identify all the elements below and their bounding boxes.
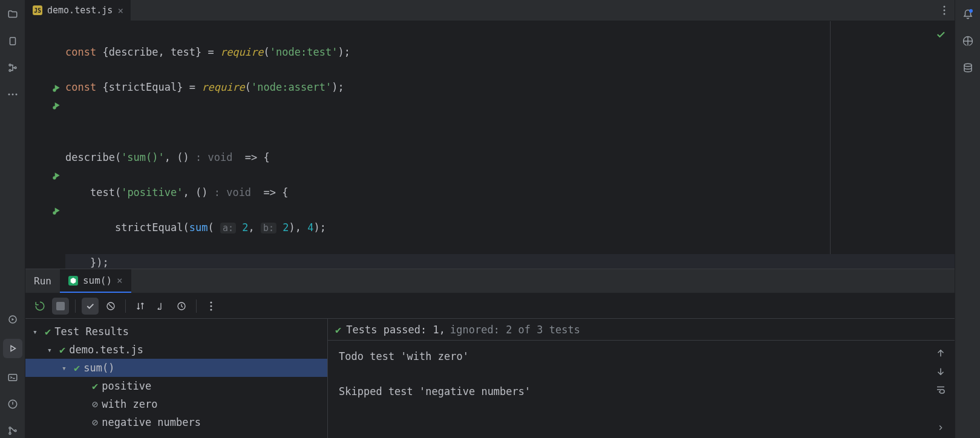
console-line: Skipped test 'negative numbers' <box>339 383 916 400</box>
run-gutter-icon[interactable] <box>52 171 62 180</box>
tree-label: Test Results <box>54 325 129 338</box>
svg-point-26 <box>964 64 972 67</box>
notifications-icon[interactable] <box>961 7 975 22</box>
expand-console-icon[interactable] <box>936 423 945 432</box>
left-activity-bar <box>0 0 25 438</box>
run-tool-icon[interactable] <box>3 339 22 358</box>
tree-test[interactable]: ✔ positive <box>25 377 327 395</box>
run-gutter-icon[interactable] <box>52 206 62 215</box>
svg-rect-0 <box>10 38 15 45</box>
vcs-icon[interactable] <box>5 423 20 438</box>
svg-point-6 <box>15 94 17 96</box>
editor-tabs: JS demo.test.js × <box>25 0 955 21</box>
chevron-down-icon[interactable]: ▾ <box>62 364 70 373</box>
expand-button[interactable] <box>152 298 169 315</box>
svg-point-5 <box>11 94 13 96</box>
run-body: ▾ ✔ Test Results ▾ ✔ demo.test.js ▾ ✔ su… <box>25 319 955 438</box>
services-icon[interactable] <box>5 312 20 327</box>
run-tool-window: Run sum() × <box>25 269 955 438</box>
ai-icon[interactable] <box>961 34 975 48</box>
svg-point-24 <box>211 305 212 307</box>
code-area[interactable]: const {describe, test} = require('node:t… <box>65 21 955 269</box>
run-tab-label: sum() <box>83 275 112 286</box>
svg-point-19 <box>53 211 56 214</box>
database-icon[interactable] <box>961 60 975 75</box>
main-area: JS demo.test.js × const {describe, te <box>25 0 955 438</box>
check-icon: ✔ <box>92 380 98 392</box>
show-ignored-button[interactable] <box>102 298 119 315</box>
sort-button[interactable] <box>132 298 149 315</box>
terminal-icon[interactable] <box>5 370 20 385</box>
svg-point-23 <box>211 301 212 303</box>
skip-icon: ⊘ <box>92 416 98 428</box>
js-file-icon: JS <box>33 5 42 15</box>
up-stack-icon[interactable] <box>935 348 946 359</box>
run-gutter-icon[interactable] <box>52 83 62 93</box>
svg-point-1 <box>9 64 11 66</box>
svg-point-14 <box>944 10 946 11</box>
svg-rect-20 <box>56 302 65 310</box>
right-activity-bar <box>955 0 980 438</box>
svg-point-11 <box>9 433 11 434</box>
close-icon[interactable]: × <box>117 275 123 286</box>
file-tab[interactable]: JS demo.test.js × <box>25 0 131 21</box>
problems-icon[interactable] <box>5 397 20 411</box>
tree-label: demo.test.js <box>69 344 143 356</box>
svg-point-25 <box>211 309 212 310</box>
history-button[interactable] <box>173 298 190 315</box>
bookmarks-icon[interactable] <box>5 34 20 48</box>
test-tree[interactable]: ▾ ✔ Test Results ▾ ✔ demo.test.js ▾ ✔ su… <box>25 319 328 438</box>
check-icon: ✔ <box>59 344 65 356</box>
console-nav <box>927 341 955 438</box>
tree-test[interactable]: ⊘ negative numbers <box>25 413 327 431</box>
run-tab-sum[interactable]: sum() × <box>60 269 131 293</box>
tree-label: negative numbers <box>102 416 201 428</box>
rerun-button[interactable] <box>31 298 48 315</box>
run-tab-run[interactable]: Run <box>25 269 60 293</box>
tree-file[interactable]: ▾ ✔ demo.test.js <box>25 341 327 359</box>
node-icon <box>68 276 78 286</box>
run-tab-label: Run <box>34 275 51 287</box>
tree-root[interactable]: ▾ ✔ Test Results <box>25 322 327 341</box>
show-passed-button[interactable] <box>82 298 99 315</box>
console-line: Todo test 'with zero' <box>339 348 916 365</box>
svg-point-13 <box>944 6 946 8</box>
tree-label: positive <box>102 380 151 392</box>
more-icon[interactable] <box>5 87 20 102</box>
chevron-down-icon[interactable]: ▾ <box>33 327 41 336</box>
svg-point-16 <box>53 88 56 91</box>
test-summary: ✔ Tests passed: 1, ignored: 2 of 3 tests <box>328 319 955 341</box>
tree-label: sum() <box>83 362 114 374</box>
skip-icon: ⊘ <box>92 398 98 410</box>
console: Todo test 'with zero' Skipped test 'nega… <box>328 341 955 438</box>
svg-point-2 <box>9 70 11 71</box>
svg-point-4 <box>8 94 10 96</box>
tree-suite[interactable]: ▾ ✔ sum() <box>25 359 327 377</box>
run-tabs: Run sum() × <box>25 269 955 293</box>
tabs-more-icon[interactable] <box>934 0 955 21</box>
console-output[interactable]: Todo test 'with zero' Skipped test 'nega… <box>328 341 927 438</box>
svg-point-18 <box>53 176 56 179</box>
svg-point-17 <box>53 106 56 109</box>
toolbar-more-icon[interactable] <box>203 298 220 315</box>
svg-point-15 <box>944 13 946 15</box>
check-icon: ✔ <box>74 362 80 374</box>
svg-point-3 <box>15 67 16 69</box>
editor-gutter <box>25 21 65 269</box>
chevron-down-icon[interactable]: ▾ <box>47 345 56 355</box>
project-icon[interactable] <box>5 7 20 22</box>
run-gutter-icon[interactable] <box>52 100 62 110</box>
file-tab-label: demo.test.js <box>47 5 113 16</box>
close-icon[interactable]: × <box>117 5 123 16</box>
check-icon: ✔ <box>335 324 341 336</box>
svg-point-10 <box>9 427 11 429</box>
tree-test[interactable]: ⊘ with zero <box>25 395 327 413</box>
editor[interactable]: const {describe, test} = require('node:t… <box>25 21 955 269</box>
structure-icon[interactable] <box>5 60 20 75</box>
svg-rect-8 <box>8 374 17 381</box>
soft-wrap-icon[interactable] <box>935 384 946 395</box>
summary-passed: Tests passed: 1, <box>346 324 445 336</box>
down-stack-icon[interactable] <box>935 366 946 377</box>
stop-button[interactable] <box>52 298 69 315</box>
summary-ignored: ignored: 2 of 3 tests <box>450 324 580 336</box>
